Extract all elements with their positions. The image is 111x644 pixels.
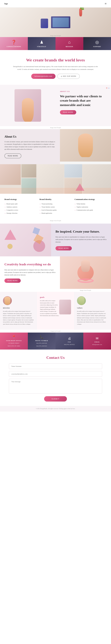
phone-icon: 📞 [40,335,44,339]
brand-services-section: Brand strategy Brand equity audit Audien… [0,194,111,219]
footer-text: © 2021 DesignStudio. All rights reserved… [5,408,106,410]
contact-bar-email: ✉ EMAIL hello@studio.com [83,332,111,350]
values-col: values In mollis nulla sed ut semper lor… [74,292,111,330]
brand-identity-title: Brand identity [40,198,72,200]
support-icon: ◎ [95,40,99,44]
inspired-btn[interactable]: READ MORE [56,246,72,250]
about-partner-image-credit: Image from Freepik [0,126,111,129]
contact-form-heading: Contact Us [9,356,102,360]
office-line2: NEW CITY, NY 10001 [8,345,20,347]
phone-line2: 044 (976) 349-9523 [36,345,47,347]
about-us-heading: About Us [5,135,56,138]
email-field[interactable] [9,371,102,377]
creativity-image-credit: Images from Freepik [60,289,111,292]
email-field-row [9,371,102,377]
hero-btn-primary[interactable]: hellodesignstudio.com [31,74,56,79]
about-partner-btn[interactable]: READ MORE [60,110,76,114]
message-field-row [9,379,102,394]
mission-label: MISSION [66,46,73,48]
triangle-shape [5,230,16,240]
menu-icon[interactable]: ≡ [105,2,106,6]
inspired-image [0,224,51,256]
about-us-btn[interactable]: READ MORE [5,154,21,158]
contact-bar-fax: 🖨 FAX 044 (976) 349-9522 [56,332,83,350]
goals-label: goals [40,296,71,298]
goals-image [59,300,71,314]
values-avatar [77,296,86,305]
hero-image-credit: Image from Freepik [50,35,61,36]
list-item: Visual positioning [40,202,72,206]
name-field[interactable] [9,364,102,369]
mission-avatar [3,296,12,305]
about-partner-image [15,89,41,122]
fax-title: FAX [68,341,71,343]
creativity-section: Creativity leads everything we do Duis a… [0,256,111,292]
list-item: Tagline exploration [74,206,106,208]
support-label: SUPPORT [93,46,101,48]
brand-identity-list: Visual positioning Visual identity syste… [40,202,72,215]
tab-mission[interactable]: ⌂ MISSION [56,37,83,50]
tab-support[interactable]: ◎ SUPPORT [83,37,111,50]
brand-strategy-col: Brand strategy Brand equity audit Audien… [5,198,37,215]
deco-shapes: ◆ ◆ [106,86,110,89]
list-item: Communication style guide [74,208,106,212]
goals-col: goals In mollis nulla sed ut semper lore… [37,292,74,330]
message-field[interactable] [9,379,102,394]
email-line1: hello@studio.com [92,344,102,346]
about-partner-image-container [0,85,56,126]
brand-strategy-list: Brand equity audit Audience analysis Com… [5,202,37,215]
contact-form-section: Contact Us SUBMIT [0,350,111,406]
about-us-card-image [60,129,111,164]
creativity-image: Images from Freepik [60,256,111,292]
about-us-label: ABOUT US [60,91,106,92]
creativity-btn[interactable]: READ MORE [5,278,21,283]
about-us-person-silhouette [78,134,93,157]
email-title: EMAIL [94,341,100,343]
mission-icon: ⌂ [68,40,71,44]
creativity-content: Creativity leads everything we do Duis a… [0,256,60,292]
list-item: Verbal identity [74,202,106,206]
navbar: logo ≡ [0,0,111,8]
phone-line1: 044 (976) 349-9520 [36,342,47,344]
logo[interactable]: logo [5,2,8,5]
office-title: YOUR MAIN OFFICE [6,340,22,342]
fax-icon: 🖨 [68,336,71,340]
inspired-heading: Be inspired. Create your future. [56,230,106,234]
inspired-body: Duis aute irure dolor in reprehenderit i… [56,236,106,243]
list-item: Icon & illustration guides [40,208,72,212]
creativity-heading: Creativity leads everything we do [5,262,56,266]
communication-strategy-col: Communication strategy Verbal identity T… [74,198,106,215]
contact-bar-phone: 📞 PHONE NUMBER 044 (976) 349-9520 044 (9… [28,332,56,350]
about-us-body: Ut enim ad minim veniam, quis nostrud ex… [5,140,56,150]
office-icon: 📍 [12,335,16,339]
inspired-content: Be inspired. Create your future. Duis au… [51,224,111,256]
hero-body: DesignStudio is an international brand a… [12,65,99,70]
mission-label: mission [3,307,34,309]
footer: © 2021 DesignStudio. All rights reserved… [0,406,111,412]
hero-heading: We create brands the world loves [12,58,99,63]
mission-col: mission In mollis nulla sed ut semper lo… [0,292,37,330]
about-us-card-section: About Us Ut enim ad minim veniam, quis n… [0,129,111,164]
about-partner-heading: We partner with our clients to create br… [60,94,106,107]
values-label: values [77,307,108,309]
email-icon: ✉ [96,336,98,340]
name-field-row [9,364,102,369]
contact-bar-office: 📍 YOUR MAIN OFFICE 123 MAIN STREET NEW C… [0,332,28,350]
tab-consultations[interactable]: ❓ CONSULTATIONS [0,37,28,50]
list-item: Brand equity audit [5,202,37,206]
about-partner-content: ABOUT US We partner with our clients to … [56,85,111,126]
values-text: In mollis nulla sed ut semper lorem ipsu… [77,310,108,325]
hero-image: 🌿 Image from Freepik [0,8,111,37]
list-item: Competitive review [5,208,37,212]
consultations-label: CONSULTATIONS [7,46,21,48]
photo-collage [0,164,111,194]
strategy-icon: ♟ [40,40,44,44]
team-image-credit: Images by Freepik [0,330,111,332]
hero-btn-row: hellodesignstudio.com ◎ SEE OUR WORK [12,74,99,79]
list-item: Brand application [40,212,72,215]
submit-button[interactable]: SUBMIT [44,396,67,402]
hero-btn-secondary[interactable]: ◎ SEE OUR WORK [57,74,80,79]
communication-title: Communication strategy [74,198,106,200]
tab-strategy[interactable]: ♟ STRATEGY [28,37,56,50]
about-us-card-content: About Us Ut enim ad minim veniam, quis n… [0,129,60,164]
